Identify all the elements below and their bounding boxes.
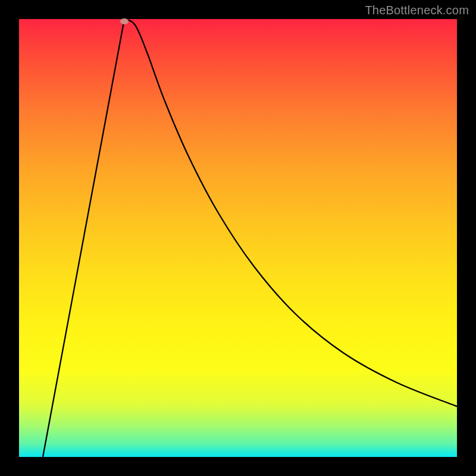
chart-frame: TheBottleneck.com	[0, 0, 476, 476]
watermark-text: TheBottleneck.com	[365, 4, 469, 17]
curve-minimum-marker	[120, 18, 129, 24]
plot-area	[19, 19, 457, 457]
bottleneck-curve	[19, 19, 457, 457]
